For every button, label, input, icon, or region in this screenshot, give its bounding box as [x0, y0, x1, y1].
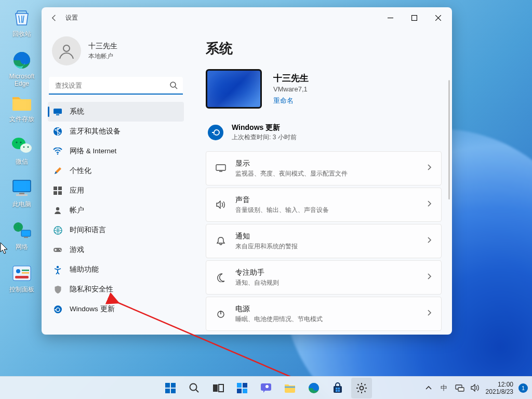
- explorer-button[interactable]: [280, 378, 300, 398]
- desktop-icon-wechat[interactable]: 微信: [3, 131, 41, 174]
- nav-item-apps[interactable]: 应用: [48, 181, 184, 201]
- close-button[interactable]: [426, 9, 450, 26]
- maximize-button[interactable]: [402, 9, 426, 26]
- card-title: 电源: [235, 304, 323, 314]
- svg-point-60: [360, 386, 364, 390]
- nav-item-network[interactable]: 网络 & Internet: [48, 141, 184, 161]
- svg-point-35: [57, 265, 59, 268]
- svg-rect-29: [58, 191, 62, 195]
- svg-point-44: [190, 383, 197, 390]
- nav-list: 系统 蓝牙和其他设备 网络 & Internet 个性化 应用: [48, 102, 184, 319]
- avatar: [52, 36, 81, 65]
- settings-window: 设置 十三先生 本地帐户: [42, 7, 452, 335]
- card-sound[interactable]: 声音音量级别、输出、输入、声音设备: [206, 188, 442, 222]
- svg-point-33: [59, 249, 60, 250]
- task-view-button[interactable]: [208, 378, 229, 398]
- card-subtitle: 音量级别、输出、输入、声音设备: [235, 206, 329, 215]
- update-subtitle: 上次检查时间: 3 小时前: [232, 133, 297, 142]
- search-box[interactable]: [49, 77, 183, 95]
- card-focus[interactable]: 专注助手通知、自动规则: [206, 260, 442, 295]
- svg-rect-10: [16, 194, 28, 196]
- svg-point-2: [20, 143, 32, 153]
- desktop-icon-label: 回收站: [12, 30, 31, 37]
- card-notifications[interactable]: 通知来自应用和系统的警报: [206, 224, 442, 258]
- minimize-button[interactable]: [378, 9, 402, 26]
- device-thumbnail[interactable]: [206, 69, 262, 109]
- nav-item-privacy[interactable]: 隐私和安全性: [48, 280, 184, 299]
- nav-label: 帐户: [70, 206, 84, 215]
- svg-point-5: [23, 147, 25, 148]
- update-title: Windows 更新: [232, 123, 297, 132]
- search-input[interactable]: [49, 77, 183, 95]
- nav-item-bluetooth[interactable]: 蓝牙和其他设备: [48, 122, 184, 141]
- account-block[interactable]: 十三先生 本地帐户: [48, 30, 184, 75]
- tray-overflow-icon[interactable]: [423, 383, 434, 393]
- nav-item-system[interactable]: 系统: [48, 102, 184, 122]
- start-button[interactable]: [160, 378, 181, 398]
- control-panel-icon: [10, 262, 33, 285]
- desktop-icon-network[interactable]: 网络: [3, 216, 41, 259]
- rename-link[interactable]: 重命名: [273, 96, 309, 105]
- desktop-icon-edge[interactable]: Microsoft Edge: [3, 46, 41, 88]
- nav-item-accounts[interactable]: 帐户: [48, 201, 184, 220]
- desktop-icons: 回收站 Microsoft Edge 文件存放 微信 此电脑 网络 控制面板: [3, 3, 41, 301]
- svg-rect-45: [213, 384, 218, 392]
- svg-rect-9: [19, 193, 24, 194]
- card-display[interactable]: 显示监视器、亮度、夜间模式、显示配置文件: [206, 151, 442, 185]
- apps-icon: [53, 186, 62, 195]
- chat-button[interactable]: [256, 378, 276, 398]
- desktop-icon-this-pc[interactable]: 此电脑: [3, 174, 41, 216]
- scrollbar[interactable]: [448, 80, 450, 200]
- bluetooth-icon: [53, 127, 62, 136]
- main-panel: 系统 十三先生 VMware7,1 重命名 Windows 更新 上次检查时间:…: [190, 28, 452, 335]
- nav-item-windows-update[interactable]: Windows 更新: [48, 299, 184, 319]
- back-button[interactable]: [47, 10, 61, 25]
- update-row[interactable]: Windows 更新 上次检查时间: 3 小时前: [206, 119, 442, 151]
- desktop-icon-folder[interactable]: 文件存放: [3, 88, 41, 131]
- account-name: 十三先生: [88, 42, 117, 51]
- nav-item-accessibility[interactable]: 辅助功能: [48, 260, 184, 280]
- notification-badge[interactable]: 1: [518, 383, 528, 393]
- edge-taskbar-button[interactable]: [303, 378, 324, 398]
- card-subtitle: 监视器、亮度、夜间模式、显示配置文件: [235, 169, 348, 178]
- svg-point-25: [57, 153, 58, 154]
- svg-rect-49: [237, 389, 242, 393]
- card-subtitle: 通知、自动规则: [235, 278, 279, 287]
- svg-rect-48: [243, 383, 247, 388]
- nav-item-personalization[interactable]: 个性化: [48, 161, 184, 181]
- chevron-right-icon: [427, 236, 432, 246]
- desktop-icon-label: Microsoft Edge: [3, 73, 41, 87]
- svg-rect-53: [285, 387, 295, 388]
- svg-rect-58: [336, 390, 338, 392]
- account-type: 本地帐户: [88, 52, 117, 61]
- moon-icon: [216, 273, 226, 282]
- svg-point-30: [56, 207, 59, 210]
- svg-rect-57: [338, 388, 340, 390]
- settings-taskbar-button[interactable]: [351, 378, 372, 398]
- clock[interactable]: 12:00 2021/8/23: [486, 381, 513, 395]
- chevron-right-icon: [427, 309, 432, 318]
- nav-label: 时间和语言: [70, 225, 106, 235]
- desktop-icon-control-panel[interactable]: 控制面板: [3, 259, 41, 301]
- device-model: VMware7,1: [273, 85, 309, 93]
- search-button[interactable]: [184, 378, 205, 398]
- taskbar-center: [160, 378, 372, 398]
- widgets-button[interactable]: [232, 378, 252, 398]
- svg-rect-7: [13, 180, 31, 192]
- svg-rect-26: [54, 187, 57, 190]
- nav-item-gaming[interactable]: 游戏: [48, 240, 184, 260]
- nav-item-time-language[interactable]: 时间和语言: [48, 220, 184, 240]
- card-power[interactable]: 电源睡眠、电池使用情况、节电模式: [206, 297, 442, 331]
- store-button[interactable]: [327, 378, 348, 398]
- volume-tray-icon[interactable]: [470, 383, 481, 393]
- svg-rect-37: [216, 165, 225, 170]
- edge-icon: [10, 49, 33, 72]
- svg-point-3: [16, 141, 17, 143]
- nav-label: 个性化: [70, 166, 91, 176]
- card-title: 通知: [235, 232, 298, 241]
- desktop-icon-recycle-bin[interactable]: 回收站: [3, 3, 41, 46]
- network-tray-icon[interactable]: [455, 383, 465, 393]
- network-icon: [10, 219, 33, 242]
- ime-indicator[interactable]: 中: [439, 383, 449, 393]
- taskbar: 中 12:00 2021/8/23 1: [0, 376, 532, 399]
